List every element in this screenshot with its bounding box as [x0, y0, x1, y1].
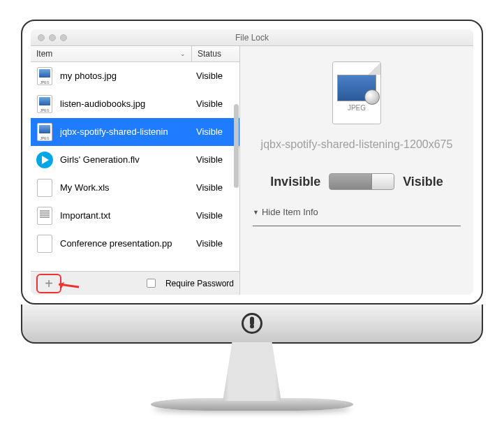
file-list-panel: Item ⌄ Status my photos.jpg Visible [31, 46, 240, 295]
preview-icon-label: JPEG [333, 104, 380, 112]
app-window: File Lock Item ⌄ Status [31, 29, 473, 295]
table-row[interactable]: Important.txt Visible [31, 202, 239, 230]
bottom-bar: + Require Password [31, 271, 239, 295]
file-rows: my photos.jpg Visible listen-audiobooks.… [31, 62, 239, 271]
screen: File Lock Item ⌄ Status [21, 20, 483, 305]
file-name: Girls' Generation.flv [60, 154, 196, 165]
file-status: Visible [196, 210, 239, 221]
table-row[interactable]: jqbx-spotify-shared-listenin Visible [31, 118, 239, 146]
divider [253, 226, 461, 226]
visibility-toggle-row: Invisible Visible [253, 173, 461, 190]
invisible-label: Invisible [270, 175, 320, 189]
column-status[interactable]: Status [192, 46, 239, 61]
disclosure-triangle-icon: ▼ [253, 209, 259, 216]
column-headers: Item ⌄ Status [31, 46, 239, 62]
require-password-label: Require Password [165, 279, 234, 288]
scrollbar[interactable] [234, 104, 239, 188]
visible-label: Visible [403, 175, 443, 189]
file-status: Visible [196, 238, 239, 249]
imac-chin [21, 305, 483, 344]
file-icon [35, 122, 54, 142]
add-button[interactable]: + [36, 274, 61, 293]
file-icon [35, 150, 54, 170]
column-item[interactable]: Item ⌄ [31, 46, 192, 61]
file-status: Visible [196, 182, 239, 193]
file-icon [35, 66, 54, 86]
file-icon [35, 206, 54, 226]
file-icon [35, 94, 54, 114]
visibility-toggle[interactable] [329, 173, 394, 190]
imac-stand [21, 342, 483, 411]
file-name: Important.txt [60, 210, 196, 221]
sort-caret-icon: ⌄ [180, 50, 186, 57]
power-logo-icon [242, 313, 262, 334]
imac-frame: File Lock Item ⌄ Status [21, 20, 483, 411]
hide-item-info-toggle[interactable]: ▼ Hide Item Info [253, 207, 461, 217]
file-status: Visible [196, 71, 239, 81]
file-status: Visible [196, 154, 239, 165]
file-status: Visible [196, 126, 239, 137]
window-title: File Lock [31, 33, 473, 43]
titlebar: File Lock [31, 29, 473, 46]
table-row[interactable]: my photos.jpg Visible [31, 62, 239, 90]
file-icon [35, 178, 54, 198]
table-row[interactable]: Conference presentation.pp Visible [31, 230, 239, 258]
table-row[interactable]: Girls' Generation.flv Visible [31, 146, 239, 174]
table-row[interactable]: My Work.xls Visible [31, 174, 239, 202]
detail-panel: JPEG jqbx-spotify-shared-listening-1200x… [240, 46, 473, 295]
file-icon [35, 234, 54, 254]
file-name: Conference presentation.pp [60, 238, 196, 249]
content: Item ⌄ Status my photos.jpg Visible [31, 46, 473, 295]
file-name: listen-audiobooks.jpg [60, 98, 196, 109]
plus-icon: + [45, 277, 53, 291]
toggle-knob [371, 174, 394, 189]
column-status-label: Status [198, 49, 221, 59]
require-password-checkbox[interactable] [147, 279, 156, 288]
file-name: My Work.xls [60, 182, 196, 193]
table-row[interactable]: listen-audiobooks.jpg Visible [31, 90, 239, 118]
file-name: jqbx-spotify-shared-listenin [60, 126, 196, 137]
file-status: Visible [196, 98, 239, 109]
annotation-arrow-icon [52, 274, 81, 295]
column-item-label: Item [36, 49, 52, 59]
hide-item-info-label: Hide Item Info [262, 207, 318, 217]
file-name: my photos.jpg [60, 71, 196, 81]
detail-filename: jqbx-spotify-shared-listening-1200x675 [253, 138, 461, 151]
preview-icon: JPEG [332, 61, 381, 124]
